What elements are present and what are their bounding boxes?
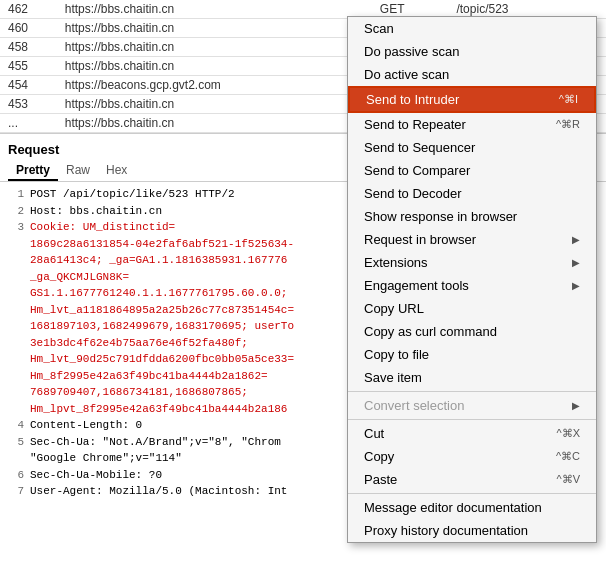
row-url: https://bbs.chaitin.cn (57, 19, 372, 38)
line-number: 3 (8, 219, 24, 236)
menu-label-send-sequencer: Send to Sequencer (364, 140, 580, 155)
line-text: 28a61413c4; _ga=GA1.1.1816385931.167776 (30, 254, 287, 266)
row-num: 455 (0, 57, 57, 76)
menu-label-proxy-history-doc: Proxy history documentation (364, 523, 580, 538)
menu-label-save-item: Save item (364, 370, 580, 385)
menu-label-convert-selection: Convert selection (364, 398, 572, 413)
menu-label-copy: Copy (364, 449, 536, 464)
line-text: 1869c28a6131854-04e2faf6abf521-1f525634- (30, 238, 294, 250)
menu-label-copy-file: Copy to file (364, 347, 580, 362)
menu-item-send-repeater[interactable]: Send to Repeater^⌘R (348, 113, 596, 136)
line-text: Hm_lpvt_8f2995e42a63f49bc41ba4444b2a186 (30, 403, 287, 415)
tab-pretty[interactable]: Pretty (8, 161, 58, 181)
menu-item-convert-selection: Convert selection▶ (348, 394, 596, 417)
menu-shortcut-send-intruder: ^⌘I (559, 93, 578, 106)
menu-label-passive-scan: Do passive scan (364, 44, 580, 59)
menu-item-paste[interactable]: Paste^⌘V (348, 468, 596, 491)
line-text: Cookie: UM_distinctid= (30, 221, 175, 233)
row-url: https://bbs.chaitin.cn (57, 0, 372, 19)
menu-label-send-comparer: Send to Comparer (364, 163, 580, 178)
line-number: 7 (8, 483, 24, 500)
menu-label-engagement-tools: Engagement tools (364, 278, 572, 293)
menu-shortcut-cut: ^⌘X (557, 427, 581, 440)
menu-separator (348, 391, 596, 392)
menu-item-message-editor-doc[interactable]: Message editor documentation (348, 496, 596, 519)
line-text: 1681897103,1682499679,1683170695; userTo (30, 320, 294, 332)
menu-item-copy-url[interactable]: Copy URL (348, 297, 596, 320)
menu-shortcut-paste: ^⌘V (557, 473, 581, 486)
menu-item-send-sequencer[interactable]: Send to Sequencer (348, 136, 596, 159)
menu-item-proxy-history-doc[interactable]: Proxy history documentation (348, 519, 596, 542)
line-text: Sec-Ch-Ua-Mobile: ?0 (30, 469, 162, 481)
menu-label-send-repeater: Send to Repeater (364, 117, 536, 132)
tab-hex[interactable]: Hex (98, 161, 135, 181)
line-text: _ga_QKCMJLGN8K= (30, 271, 129, 283)
menu-separator (348, 419, 596, 420)
line-text: POST /api/topic/like/523 HTTP/2 (30, 188, 235, 200)
row-url: https://bbs.chaitin.cn (57, 38, 372, 57)
row-num: 460 (0, 19, 57, 38)
menu-item-scan[interactable]: Scan (348, 17, 596, 40)
menu-item-passive-scan[interactable]: Do passive scan (348, 40, 596, 63)
menu-item-send-decoder[interactable]: Send to Decoder (348, 182, 596, 205)
menu-arrow-convert-selection: ▶ (572, 400, 580, 411)
menu-item-cut[interactable]: Cut^⌘X (348, 422, 596, 445)
menu-separator (348, 493, 596, 494)
menu-item-save-item[interactable]: Save item (348, 366, 596, 389)
menu-item-active-scan[interactable]: Do active scan (348, 63, 596, 86)
line-number: 5 (8, 434, 24, 451)
line-text: Host: bbs.chaitin.cn (30, 205, 162, 217)
row-num: 454 (0, 76, 57, 95)
menu-item-engagement-tools[interactable]: Engagement tools▶ (348, 274, 596, 297)
line-text: 7689709407,1686734181,1686807865; (30, 386, 248, 398)
menu-label-show-response: Show response in browser (364, 209, 580, 224)
line-text: "Google Chrome";v="114" (30, 452, 182, 464)
menu-label-cut: Cut (364, 426, 537, 441)
line-text: User-Agent: Mozilla/5.0 (Macintosh: Int (30, 485, 287, 497)
line-number: 2 (8, 203, 24, 220)
menu-item-send-comparer[interactable]: Send to Comparer (348, 159, 596, 182)
menu-item-copy-curl[interactable]: Copy as curl command (348, 320, 596, 343)
menu-item-show-response[interactable]: Show response in browser (348, 205, 596, 228)
row-url: https://bbs.chaitin.cn (57, 95, 372, 114)
row-num: 458 (0, 38, 57, 57)
tab-raw[interactable]: Raw (58, 161, 98, 181)
menu-label-extensions: Extensions (364, 255, 572, 270)
line-text: GS1.1.1677761240.1.1.1677761795.60.0.0; (30, 287, 287, 299)
row-url: https://beacons.gcp.gvt2.com (57, 76, 372, 95)
line-text: 3e1b3dc4f62e4b75aa76e46f52fa480f; (30, 337, 248, 349)
menu-arrow-request-browser: ▶ (572, 234, 580, 245)
menu-item-copy-file[interactable]: Copy to file (348, 343, 596, 366)
menu-arrow-engagement-tools: ▶ (572, 280, 580, 291)
row-num: ... (0, 114, 57, 133)
line-number: 6 (8, 467, 24, 484)
menu-arrow-extensions: ▶ (572, 257, 580, 268)
line-text: Sec-Ch-Ua: "Not.A/Brand";v="8", "Chrom (30, 436, 281, 448)
menu-label-send-intruder: Send to Intruder (366, 92, 539, 107)
menu-shortcut-send-repeater: ^⌘R (556, 118, 580, 131)
menu-label-request-browser: Request in browser (364, 232, 572, 247)
context-menu: ScanDo passive scanDo active scanSend to… (347, 16, 597, 543)
menu-item-extensions[interactable]: Extensions▶ (348, 251, 596, 274)
row-url: https://bbs.chaitin.cn (57, 114, 372, 133)
line-number: 4 (8, 417, 24, 434)
row-num: 462 (0, 0, 57, 19)
menu-label-scan: Scan (364, 21, 580, 36)
menu-label-message-editor-doc: Message editor documentation (364, 500, 580, 515)
menu-shortcut-copy: ^⌘C (556, 450, 580, 463)
line-text: Content-Length: 0 (30, 419, 142, 431)
row-num: 453 (0, 95, 57, 114)
row-url: https://bbs.chaitin.cn (57, 57, 372, 76)
menu-label-paste: Paste (364, 472, 537, 487)
menu-item-copy[interactable]: Copy^⌘C (348, 445, 596, 468)
line-text: Hm_lvt_a1181864895a2a25b26c77c87351454c= (30, 304, 294, 316)
line-text: Hm_8f2995e42a63f49bc41ba4444b2a1862= (30, 370, 268, 382)
menu-label-copy-url: Copy URL (364, 301, 580, 316)
menu-label-active-scan: Do active scan (364, 67, 580, 82)
menu-label-send-decoder: Send to Decoder (364, 186, 580, 201)
menu-item-request-browser[interactable]: Request in browser▶ (348, 228, 596, 251)
line-text: Hm_lvt_90d25c791dfdda6200fbc0bb05a5ce33= (30, 353, 294, 365)
menu-item-send-intruder[interactable]: Send to Intruder^⌘I (348, 86, 596, 113)
line-number: 1 (8, 186, 24, 203)
menu-label-copy-curl: Copy as curl command (364, 324, 580, 339)
